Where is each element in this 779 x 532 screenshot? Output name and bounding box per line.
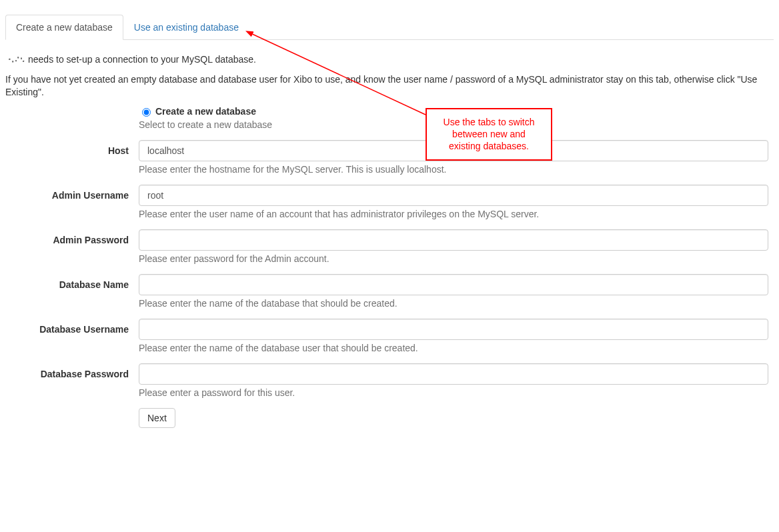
help-db-username: Please enter the name of the database us… bbox=[139, 343, 768, 353]
tab-bar: Create a new database Use an existing da… bbox=[5, 15, 774, 40]
input-admin-username[interactable] bbox=[139, 185, 768, 206]
label-admin-username: Admin Username bbox=[5, 185, 139, 219]
tab-use-existing[interactable]: Use an existing database bbox=[123, 15, 249, 40]
redacted-name bbox=[5, 56, 27, 64]
label-host: Host bbox=[5, 140, 139, 175]
input-admin-password[interactable] bbox=[139, 229, 768, 251]
help-admin-username: Please enter the user name of an account… bbox=[139, 209, 768, 219]
tab-create-new[interactable]: Create a new database bbox=[5, 15, 123, 40]
help-db-name: Please enter the name of the database th… bbox=[139, 298, 768, 309]
help-db-password: Please enter a password for this user. bbox=[139, 387, 768, 398]
next-button[interactable]: Next bbox=[139, 408, 175, 428]
input-db-username[interactable] bbox=[139, 319, 768, 340]
radio-create-new-label: Create a new database bbox=[155, 106, 256, 117]
label-db-password: Database Password bbox=[5, 363, 139, 398]
help-host: Please enter the hostname for the MySQL … bbox=[139, 164, 768, 175]
label-db-name: Database Name bbox=[5, 274, 139, 309]
input-db-password[interactable] bbox=[139, 363, 768, 385]
label-db-username: Database Username bbox=[5, 319, 139, 353]
intro-line-1: needs to set-up a connection to your MyS… bbox=[5, 53, 774, 67]
annotation-callout: Use the tabs to switch between new and e… bbox=[426, 108, 552, 161]
label-admin-password: Admin Password bbox=[5, 229, 139, 264]
input-db-name[interactable] bbox=[139, 274, 768, 295]
radio-create-new[interactable] bbox=[142, 108, 151, 117]
intro-line-2: If you have not yet created an empty dat… bbox=[5, 73, 774, 99]
help-admin-password: Please enter password for the Admin acco… bbox=[139, 253, 768, 264]
